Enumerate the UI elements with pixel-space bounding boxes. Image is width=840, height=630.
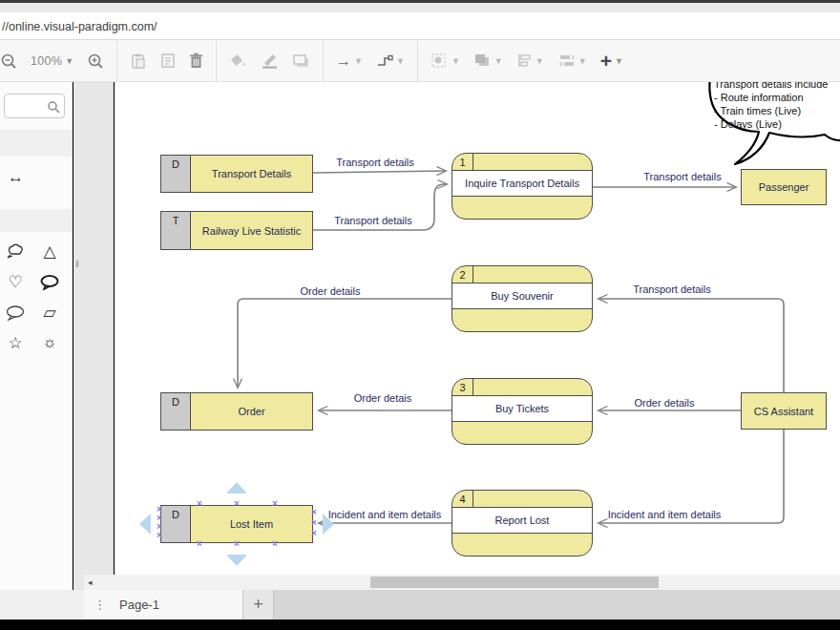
delete-button[interactable] (182, 47, 210, 75)
resize-handle[interactable]: × (197, 499, 202, 509)
window-bottom-bar (0, 620, 840, 630)
paste-button[interactable] (123, 47, 154, 75)
datastore-transport-details[interactable]: D Transport Details (160, 155, 313, 193)
resize-handle[interactable]: × (234, 539, 240, 549)
tab-bar-spacer (0, 590, 84, 620)
move-up-arrow-icon[interactable] (226, 482, 247, 494)
chevron-down-icon: ▼ (452, 56, 460, 66)
search-input[interactable] (9, 95, 47, 116)
resize-handle[interactable]: × (311, 508, 317, 517)
datastore-label: Order (191, 393, 312, 430)
scroll-left-icon[interactable]: ◂ (88, 578, 93, 587)
add-shape-icon: + (600, 51, 612, 71)
zoom-out-button[interactable] (0, 47, 24, 75)
line-color-button[interactable] (254, 47, 285, 75)
connector-style-button[interactable]: → ▼ (329, 47, 369, 75)
tab-grip-icon[interactable]: ⋮ (94, 598, 106, 612)
distribute-icon (557, 52, 576, 69)
move-right-arrow-icon[interactable] (323, 514, 334, 535)
scrollbar-thumb[interactable] (370, 577, 659, 588)
resize-handle[interactable]: × (234, 499, 240, 509)
panel-splitter-handle[interactable]: ‖ (75, 260, 80, 269)
flow-label[interactable]: Order details (635, 397, 695, 409)
process-report-lost[interactable]: 4 Report Lost (452, 490, 593, 556)
add-page-button[interactable]: + (243, 590, 274, 620)
move-down-arrow-icon[interactable] (226, 555, 247, 566)
line-color-icon (261, 52, 279, 69)
flow-label[interactable]: Transport details (643, 171, 722, 182)
process-label: Inquire Transport Details (452, 171, 592, 197)
callout-note[interactable]: Transport details include - Route inform… (714, 82, 828, 131)
properties-button[interactable] (154, 47, 182, 75)
speech-bubble-icon (5, 304, 26, 321)
speech-bubble-bold-shape[interactable] (39, 272, 60, 291)
zoom-level-dropdown[interactable]: 100% ▼ (24, 47, 80, 75)
layer-order-button[interactable]: ▼ (467, 47, 510, 75)
trash-icon (189, 52, 203, 69)
flow-label[interactable]: Transport details (336, 157, 414, 168)
resize-horizontal-icon[interactable]: ↔ (8, 168, 24, 187)
flow-order-details-to-store[interactable] (238, 299, 452, 388)
page-tab-label: Page-1 (119, 598, 159, 612)
flow-transport-details-1[interactable] (313, 171, 446, 173)
process-buy-souvenir[interactable]: 2 Buy Souvenir (452, 265, 593, 332)
process-number: 1 (452, 154, 473, 171)
align-button[interactable]: ▼ (510, 47, 551, 75)
resize-handle[interactable]: × (157, 531, 162, 540)
process-inquire-transport-details[interactable]: 1 Inquire Transport Details (452, 153, 593, 220)
selection-tool-button[interactable]: ▼ (424, 47, 467, 75)
chevron-down-icon: ▼ (65, 56, 74, 66)
shadow-button[interactable] (285, 47, 317, 75)
horizontal-scrollbar[interactable]: ◂ (84, 575, 840, 590)
tab-page-1[interactable]: ⋮ Page-1 (84, 590, 243, 620)
process-number: 4 (452, 491, 473, 508)
chevron-down-icon: ▼ (396, 56, 405, 66)
flow-label[interactable]: Order details (301, 285, 361, 297)
process-buy-tickets[interactable]: 3 Buy Tickets (452, 378, 593, 445)
panel-gutter (74, 82, 114, 590)
entity-passenger[interactable]: Passenger (741, 169, 827, 205)
shape-search-box[interactable] (4, 94, 65, 118)
move-left-arrow-icon[interactable] (139, 514, 151, 535)
cone-shape[interactable]: △ (39, 242, 60, 261)
resize-handle[interactable]: × (311, 518, 317, 528)
fill-color-icon (229, 52, 247, 69)
speech-bubble-shape[interactable] (5, 303, 26, 322)
align-icon (516, 52, 533, 69)
flow-label[interactable]: Order detais (354, 392, 412, 404)
flow-label[interactable]: Transport details (334, 215, 412, 226)
process-label: Report Lost (452, 508, 592, 534)
flow-transport-details-4[interactable] (598, 299, 784, 392)
flow-label[interactable]: Transport details (633, 284, 711, 295)
shape-palette-sidebar: ↔ △ ♡ ▱ ☆ ☼ (0, 82, 73, 590)
selection-icon (430, 52, 449, 69)
flow-label[interactable]: Incident and item details (328, 509, 442, 520)
datastore-order[interactable]: D Order (160, 392, 313, 430)
datastore-railway-live-statistic[interactable]: T Railway Live Statistic (160, 211, 313, 250)
datastore-type: D (161, 393, 191, 430)
diagram-canvas[interactable]: Transport details include - Route inform… (115, 82, 840, 575)
cloud-callout-shape[interactable] (5, 242, 26, 261)
flow-label[interactable]: Incident and item details (608, 509, 722, 520)
star-shape[interactable]: ☆ (5, 333, 26, 352)
callout-line: - Delays (Live) (714, 117, 828, 131)
shadow-icon (292, 53, 310, 69)
address-bar[interactable]: //online.visual-paradigm.com/ (0, 12, 840, 40)
resize-handle[interactable]: × (311, 529, 317, 538)
process-label: Buy Souvenir (452, 284, 592, 309)
parallelogram-shape[interactable]: ▱ (39, 303, 60, 322)
zoom-in-button[interactable] (80, 47, 111, 75)
search-icon (47, 100, 60, 114)
resize-handle[interactable]: × (197, 539, 202, 549)
browser-chrome-strip (0, 3, 840, 12)
connector-routing-button[interactable]: ▼ (369, 47, 411, 75)
entity-cs-assistant[interactable]: CS Assistant (741, 392, 827, 430)
fill-color-button[interactable] (222, 47, 254, 75)
add-shape-button[interactable]: + ▼ (594, 47, 630, 75)
heart-shape[interactable]: ♡ (5, 272, 26, 291)
resize-handle[interactable]: × (272, 499, 278, 509)
resize-handle[interactable]: × (272, 539, 278, 549)
cloud-callout-icon (5, 242, 26, 260)
distribute-button[interactable]: ▼ (551, 47, 594, 75)
sun-shape[interactable]: ☼ (39, 333, 60, 352)
